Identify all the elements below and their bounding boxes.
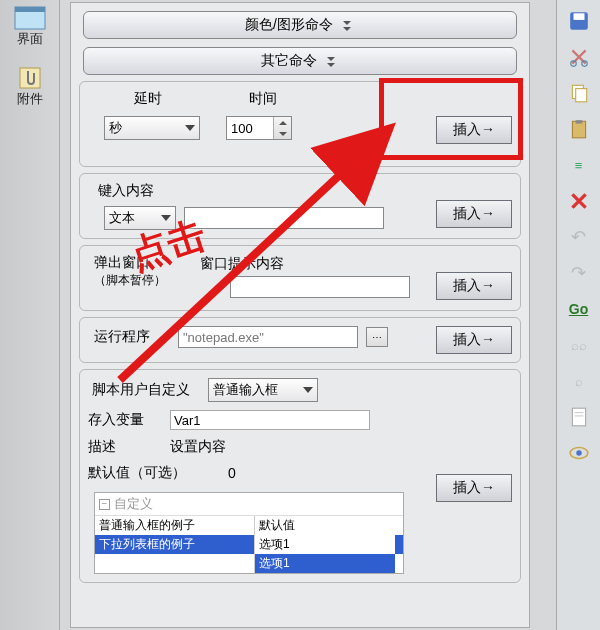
- sidebar-tab-attachment[interactable]: 附件: [0, 62, 59, 112]
- tree-row[interactable]: 下拉列表框的例子 选项1: [95, 535, 403, 554]
- find-icon[interactable]: ⌕⌕: [568, 334, 590, 356]
- redo-icon[interactable]: ↷: [568, 262, 590, 284]
- delay-time-input[interactable]: [227, 117, 273, 139]
- insert-button-run[interactable]: 插入→: [436, 326, 512, 354]
- header-other-cmd-label: 其它命令: [261, 52, 317, 70]
- delay-unit-value: 秒: [109, 119, 122, 137]
- insert-button-keyin[interactable]: 插入→: [436, 200, 512, 228]
- default-label: 默认值（可选）: [88, 464, 218, 482]
- eye-icon[interactable]: [568, 442, 590, 464]
- insert-button-userdef[interactable]: 插入→: [436, 474, 512, 502]
- save-icon[interactable]: [568, 10, 590, 32]
- header-color-cmd[interactable]: 颜色/图形命令: [83, 11, 517, 39]
- sidebar-tab-interface[interactable]: 界面: [0, 2, 59, 52]
- paste-icon[interactable]: [568, 118, 590, 140]
- section-popup: 弹出窗口 （脚本暂停） 窗口提示内容 插入→: [79, 245, 521, 311]
- var-input[interactable]: [170, 410, 370, 430]
- run-path-input[interactable]: [178, 326, 358, 348]
- delay-time-input-wrap: [226, 116, 292, 140]
- keyin-type-select[interactable]: 文本: [104, 206, 176, 230]
- userdef-title: 脚本用户自定义: [92, 381, 190, 399]
- section-userdef: 脚本用户自定义 普通输入框 存入变量 描述 设置内容 默认值（可选） 0 插入→…: [79, 369, 521, 583]
- sidebar-label-attachment: 附件: [0, 90, 59, 108]
- tree-row[interactable]: 选项1: [95, 554, 403, 573]
- header-color-cmd-label: 颜色/图形命令: [245, 16, 333, 34]
- delay-time-spinner[interactable]: [273, 117, 291, 139]
- label-time: 时间: [208, 90, 318, 108]
- chevron-down-icon: [323, 53, 339, 69]
- userdef-type-select[interactable]: 普通输入框: [208, 378, 318, 402]
- sidebar-label-interface: 界面: [0, 30, 59, 48]
- undo-icon[interactable]: ↶: [568, 226, 590, 248]
- chevron-down-icon: [303, 387, 313, 393]
- svg-rect-10: [575, 120, 582, 123]
- run-title: 运行程序: [94, 328, 170, 346]
- browse-button[interactable]: ⋯: [366, 327, 388, 347]
- keyin-type-value: 文本: [109, 209, 135, 227]
- tree-root-label: 自定义: [114, 495, 153, 513]
- popup-hint-label: 窗口提示内容: [200, 255, 284, 273]
- section-delay: 延时 时间 秒 插入→: [79, 81, 521, 167]
- label-delay: 延时: [88, 90, 208, 108]
- popup-hint-input[interactable]: [230, 276, 410, 298]
- userdef-type-value: 普通输入框: [213, 381, 278, 399]
- keyin-content-input[interactable]: [184, 207, 384, 229]
- insert-button-popup[interactable]: 插入→: [436, 272, 512, 300]
- paperclip-icon: [14, 66, 46, 90]
- desc-value: 设置内容: [170, 438, 226, 456]
- text-icon[interactable]: ≡: [568, 154, 590, 176]
- cut-icon[interactable]: [568, 46, 590, 68]
- var-label: 存入变量: [88, 411, 160, 429]
- default-value: 0: [228, 465, 236, 481]
- svg-rect-2: [20, 68, 40, 88]
- tree-row[interactable]: 普通输入框的例子 默认值: [95, 516, 403, 535]
- popup-subtitle: （脚本暂停）: [94, 272, 166, 289]
- tree-collapse-icon[interactable]: −: [99, 499, 110, 510]
- window-icon: [14, 6, 46, 30]
- go-button[interactable]: Go: [568, 298, 590, 320]
- right-toolbar: ≡ ↶ ↷ Go ⌕⌕ ⌕: [556, 0, 600, 630]
- header-other-cmd[interactable]: 其它命令: [83, 47, 517, 75]
- keyin-title: 键入内容: [98, 182, 512, 200]
- main-panel: 颜色/图形命令 其它命令 延时 时间 秒 插入→ 键入内容 文本: [70, 2, 530, 628]
- svg-rect-8: [575, 89, 586, 102]
- chevron-down-icon: [161, 215, 171, 221]
- delay-unit-select[interactable]: 秒: [104, 116, 200, 140]
- section-keyin: 键入内容 文本 插入→: [79, 173, 521, 239]
- section-run: 运行程序 ⋯ 插入→: [79, 317, 521, 363]
- chevron-down-icon: [339, 17, 355, 33]
- delete-icon[interactable]: [568, 190, 590, 212]
- find-next-icon[interactable]: ⌕: [568, 370, 590, 392]
- example-tree[interactable]: − 自定义 普通输入框的例子 默认值 下拉列表框的例子 选项1 选项1: [94, 492, 404, 574]
- copy-icon[interactable]: [568, 82, 590, 104]
- popup-title: 弹出窗口: [94, 254, 166, 272]
- svg-rect-11: [572, 408, 585, 426]
- svg-rect-9: [572, 121, 585, 138]
- svg-rect-4: [573, 13, 584, 20]
- desc-label: 描述: [88, 438, 160, 456]
- svg-rect-1: [15, 7, 45, 12]
- insert-button-delay[interactable]: 插入→: [436, 116, 512, 144]
- doc-icon[interactable]: [568, 406, 590, 428]
- svg-point-15: [576, 450, 582, 456]
- chevron-down-icon: [185, 125, 195, 131]
